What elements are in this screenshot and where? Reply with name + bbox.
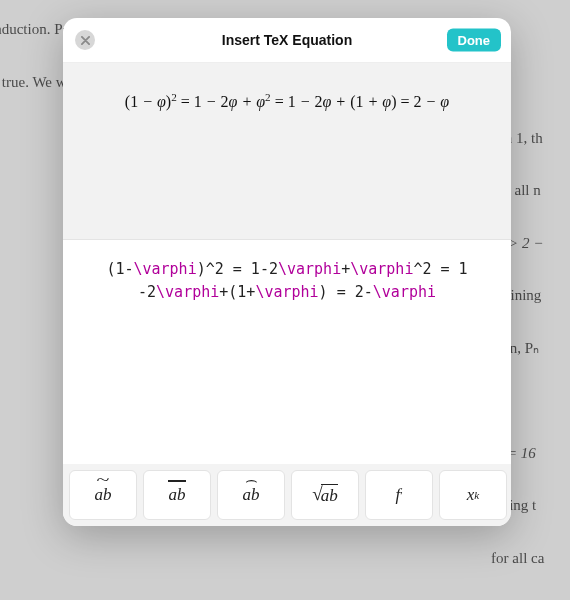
symbol-hat-accent[interactable]: ab (217, 470, 285, 520)
tex-source-editor[interactable]: (1-\varphi)^2 = 1-2\varphi+\varphi^2 = 1… (63, 240, 511, 464)
symbol-sqrt[interactable]: √ab (291, 470, 359, 520)
close-icon (81, 36, 90, 45)
symbol-derivative[interactable]: f′ (365, 470, 433, 520)
equation-preview: (1 − φ)2 = 1 − 2φ + φ2 = 1 − 2φ + (1 + φ… (63, 62, 511, 240)
tex-equation-modal: Insert TeX Equation Done (1 − φ)2 = 1 − … (63, 18, 511, 526)
close-button[interactable] (75, 30, 95, 50)
modal-header: Insert TeX Equation Done (63, 18, 511, 62)
symbol-bar-accent[interactable]: ab (143, 470, 211, 520)
modal-title: Insert TeX Equation (222, 32, 352, 48)
done-button[interactable]: Done (447, 29, 502, 52)
symbol-superscript[interactable]: xk (439, 470, 507, 520)
symbol-tilde-accent[interactable]: ab (69, 470, 137, 520)
sqrt-icon: √ (312, 483, 322, 505)
rendered-equation: (1 − φ)2 = 1 − 2φ + φ2 = 1 − 2φ + (1 + φ… (125, 91, 449, 111)
bar-icon (168, 480, 186, 482)
symbol-toolbar: ab ab ab √ab f′ xk l (63, 464, 511, 526)
